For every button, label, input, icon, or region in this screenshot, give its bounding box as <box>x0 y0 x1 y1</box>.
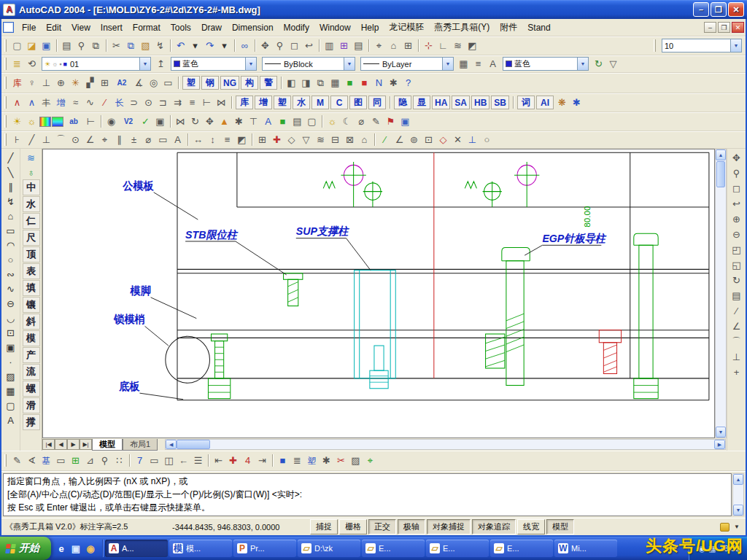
library-icon[interactable]: 库 <box>10 76 24 90</box>
dim-diameter-icon[interactable]: ⌀ <box>142 133 155 147</box>
layer-states-icon[interactable]: ≋ <box>451 39 465 52</box>
toolbar-grip[interactable] <box>4 133 7 146</box>
layer-combo[interactable]: ☀☼▪■ 01 ▼ <box>42 57 151 71</box>
dim-arc-icon[interactable]: ⌒ <box>54 133 68 147</box>
scroll-track[interactable] <box>716 188 726 427</box>
dim-linear-icon[interactable]: ⊦ <box>10 133 24 147</box>
close-button[interactable]: ✕ <box>728 2 744 17</box>
spring-icon[interactable]: ∿ <box>83 96 97 109</box>
help-icon[interactable]: ? <box>401 76 415 90</box>
render-icon[interactable]: ◩ <box>465 39 479 52</box>
sidebar-item-12[interactable]: 螺 <box>23 381 40 397</box>
toolbar-grip[interactable] <box>4 58 7 70</box>
sidebar-item-2[interactable]: 仁 <box>23 213 40 229</box>
plot-style-icon[interactable]: ▦ <box>457 57 471 71</box>
region-icon[interactable]: ▢ <box>4 398 18 413</box>
modify-home-icon[interactable]: ⌂ <box>357 133 371 147</box>
tile-icon[interactable]: ▦ <box>328 76 342 90</box>
command-scroll-track[interactable] <box>733 485 743 505</box>
circle-icon[interactable]: ◎ <box>147 76 160 90</box>
tool-button-2[interactable]: 塑 <box>274 96 291 109</box>
status-toggle-7[interactable]: 模型 <box>546 519 574 534</box>
modify-minus-box-icon[interactable]: ⊟ <box>328 133 342 147</box>
sidebar-item-14[interactable]: 撑 <box>23 414 40 430</box>
zoom-window-icon[interactable]: ◻ <box>287 39 301 52</box>
bulb-off-icon[interactable]: ☼ <box>25 114 39 128</box>
mirror-icon[interactable]: ⋈ <box>174 114 187 128</box>
zeng-icon[interactable]: 增 <box>54 96 68 109</box>
start-button[interactable]: 开始 <box>0 537 51 560</box>
hatch-icon[interactable]: ▨ <box>4 369 18 384</box>
grid-green-icon[interactable]: ⊞ <box>69 454 82 467</box>
calculator-icon[interactable]: ⊞ <box>401 39 415 52</box>
arc-icon[interactable]: ⊃ <box>127 96 141 109</box>
tray-clock[interactable]: 18:52 <box>719 544 740 553</box>
pan-icon[interactable]: ✥ <box>729 150 743 166</box>
yanxiu-color-combo-arrow-icon[interactable]: ▼ <box>577 58 588 70</box>
insert-block-icon[interactable]: ⊡ <box>4 325 18 340</box>
bulb-on-icon[interactable]: ☀ <box>10 114 24 128</box>
new-icon[interactable]: ▢ <box>10 39 24 52</box>
osnap-int-icon[interactable]: ✕ <box>451 133 465 147</box>
tool-button-4[interactable]: 警 <box>260 76 277 90</box>
tool-button-1[interactable]: 增 <box>255 96 272 109</box>
snap-line-icon[interactable]: ∕ <box>729 303 743 319</box>
toolbar-grip[interactable] <box>4 454 7 467</box>
a2-size-icon[interactable]: A2 <box>112 76 131 90</box>
number7-icon[interactable]: 7 <box>133 454 147 467</box>
sidebar-item-3[interactable]: 尺 <box>23 230 40 246</box>
canvas-vertical-scrollbar[interactable]: ▲ ▼ <box>715 149 727 438</box>
menu-item-8[interactable]: Modify <box>279 20 314 35</box>
dim-radius-icon[interactable]: ⊙ <box>69 133 82 147</box>
linetype-combo-arrow-icon[interactable]: ▼ <box>344 58 355 70</box>
red-slash-icon[interactable]: ∕ <box>98 96 112 109</box>
spline-icon[interactable]: ∿ <box>4 281 18 296</box>
menu-item-4[interactable]: Format <box>128 20 166 35</box>
menu-item-3[interactable]: Insert <box>96 20 128 35</box>
sun-icon[interactable]: ☼ <box>325 114 339 128</box>
designcenter-icon[interactable]: ⊞ <box>337 39 351 52</box>
grid-rows-icon[interactable]: ▤ <box>290 114 304 128</box>
status-toggle-4[interactable]: 对象捕捉 <box>427 519 471 534</box>
layer-previous-icon[interactable]: ⟲ <box>25 57 39 71</box>
red-swatch-icon[interactable]: ■ <box>357 76 371 90</box>
tab-model[interactable]: 模型 <box>92 439 123 451</box>
tool-button-1[interactable]: 钢 <box>201 76 219 90</box>
dim-baseline-icon[interactable]: ∥ <box>112 133 126 147</box>
menu-item-9[interactable]: Window <box>314 20 356 35</box>
tool-button-2[interactable]: HA <box>432 96 450 109</box>
plus-red-icon[interactable]: ✚ <box>226 454 240 467</box>
modify-tri-icon[interactable]: ▽ <box>299 133 313 147</box>
zoom-previous-icon[interactable]: ↩ <box>729 196 743 211</box>
tool-button-0[interactable]: 塑 <box>182 76 200 90</box>
box-tool-icon[interactable]: ▭ <box>147 454 161 467</box>
scroll-right-icon[interactable]: ▶ <box>714 440 725 449</box>
tool-button-5[interactable]: SB <box>491 96 509 109</box>
save-icon[interactable]: ▣ <box>39 39 53 52</box>
polygon-icon[interactable]: ⌂ <box>4 209 18 223</box>
dim-text-icon[interactable]: A <box>171 133 185 147</box>
save-small-icon[interactable]: ▣ <box>398 114 412 128</box>
hammer-icon[interactable]: ⊤ <box>247 114 260 128</box>
status-toggle-0[interactable]: 捕捉 <box>310 519 338 534</box>
taskbar-task-5[interactable]: ▱E... <box>426 540 489 557</box>
toolbar-grip[interactable] <box>4 96 7 109</box>
color-combo-arrow-icon[interactable]: ▼ <box>245 58 256 70</box>
redo-drop-icon[interactable]: ▾ <box>217 39 231 52</box>
open-icon[interactable]: ◪ <box>25 39 39 52</box>
box-icon[interactable]: ⊐ <box>156 96 170 109</box>
star-icon[interactable]: ✳ <box>69 76 82 90</box>
taskbar-task-2[interactable]: PPr... <box>233 540 296 557</box>
command-scroll-up-icon[interactable]: ▲ <box>733 474 743 485</box>
pencil-icon[interactable]: ✎ <box>369 114 383 128</box>
yanxiu-layers-icon[interactable]: ≋ <box>24 150 38 165</box>
undo-drop-icon[interactable]: ▾ <box>188 39 202 52</box>
rect-tool-icon[interactable]: ▭ <box>54 454 68 467</box>
zoom-realtime-icon[interactable]: ⚲ <box>273 39 287 52</box>
sidebar-item-1[interactable]: 水 <box>23 196 40 212</box>
lineweight-combo[interactable]: ByLayer ▼ <box>360 57 454 71</box>
area-icon[interactable]: ⌂ <box>387 39 400 52</box>
command-scroll-down-icon[interactable]: ▼ <box>733 505 743 516</box>
green-square-icon[interactable]: ■ <box>276 114 290 128</box>
angle-tool-icon[interactable]: ∢ <box>25 454 39 467</box>
